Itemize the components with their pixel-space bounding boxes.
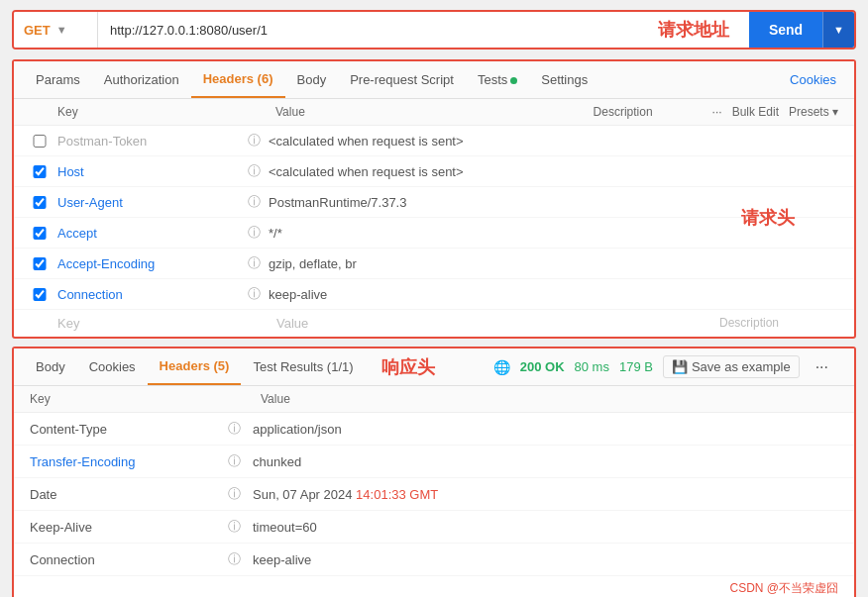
resp-header-key: Key	[30, 392, 228, 406]
tab-headers[interactable]: Headers (6)	[191, 61, 285, 98]
resp-tab-headers[interactable]: Headers (5)	[148, 348, 242, 385]
response-table-header: Key Value	[14, 386, 854, 413]
resp-value-3: Sun, 07 Apr 2024 14:01:33 GMT	[253, 487, 838, 502]
tab-pre-request[interactable]: Pre-request Script	[338, 62, 466, 97]
presets-btn[interactable]: Presets ▾	[789, 105, 838, 119]
table-row: Accept ⓘ */*	[14, 218, 854, 249]
response-panel: Body Cookies Headers (5) Test Results (1…	[12, 347, 856, 597]
request-panel: Params Authorization Headers (6) Body Pr…	[12, 59, 856, 339]
resp-value-5: keep-alive	[253, 552, 838, 567]
row-value-3: PostmanRuntime/7.37.3	[269, 195, 719, 210]
req-header-desc: Description	[594, 105, 712, 119]
empty-value: Value	[276, 316, 719, 331]
info-icon-1: ⓘ	[248, 132, 261, 149]
info-icon-3: ⓘ	[248, 193, 261, 211]
info-icon-4: ⓘ	[248, 224, 261, 242]
resp-table-row: Date ⓘ Sun, 07 Apr 2024 14:01:33 GMT	[14, 478, 854, 511]
row-key-2: Host	[57, 164, 248, 179]
resp-key-5: Connection	[30, 552, 228, 567]
resp-value-4: timeout=60	[253, 520, 838, 535]
resp-table-row: Transfer-Encoding ⓘ chunked	[14, 446, 854, 478]
info-icon-2: ⓘ	[248, 162, 261, 180]
resp-key-2: Transfer-Encoding	[30, 454, 228, 469]
resp-info-4: ⓘ	[228, 518, 241, 536]
table-row: Postman-Token ⓘ <calculated when request…	[14, 126, 854, 156]
resp-info-2: ⓘ	[228, 452, 241, 470]
request-table-header: Key Value Description ··· Bulk Edit Pres…	[14, 99, 854, 126]
tab-body-label: Body	[297, 72, 327, 87]
row-key-5: Accept-Encoding	[57, 256, 248, 271]
resp-tab-cookies-label: Cookies	[89, 359, 136, 374]
resp-key-3: Date	[30, 487, 228, 502]
row-key-6: Connection	[57, 287, 248, 302]
more-options-button[interactable]: ···	[810, 358, 834, 376]
tab-settings-label: Settings	[541, 72, 588, 87]
tests-badge	[510, 77, 517, 84]
req-header-key: Key	[57, 105, 275, 119]
globe-icon: 🌐	[493, 359, 510, 375]
response-tabs-bar: Body Cookies Headers (5) Test Results (1…	[14, 348, 854, 386]
resp-key-1: Content-Type	[30, 422, 228, 437]
method-label: GET	[24, 23, 51, 38]
tab-settings[interactable]: Settings	[529, 62, 599, 97]
method-chevron-icon: ▼	[56, 24, 67, 36]
request-tabs-bar: Params Authorization Headers (6) Body Pr…	[14, 61, 854, 99]
table-row: Connection ⓘ keep-alive	[14, 279, 854, 310]
table-row: Host ⓘ <calculated when request is sent>	[14, 156, 854, 187]
save-icon: 💾	[672, 359, 688, 374]
resp-info-1: ⓘ	[228, 420, 241, 438]
req-header-value: Value	[275, 105, 594, 119]
row-key-4: Accept	[57, 226, 248, 241]
empty-key[interactable]: Key	[57, 316, 248, 331]
url-annotation: 请求地址	[638, 18, 749, 42]
tab-tests-label: Tests	[478, 72, 507, 87]
save-example-label: Save as example	[692, 359, 791, 374]
resp-info-3: ⓘ	[228, 485, 241, 503]
tab-tests[interactable]: Tests	[466, 62, 529, 97]
response-time: 80 ms	[575, 359, 609, 374]
resp-tab-body[interactable]: Body	[24, 349, 77, 384]
resp-table-row: Content-Type ⓘ application/json	[14, 413, 854, 446]
method-select[interactable]: GET ▼	[14, 12, 98, 48]
resp-value-2: chunked	[253, 454, 838, 469]
row-checkbox-6[interactable]	[30, 288, 50, 301]
row-checkbox-3[interactable]	[30, 196, 50, 209]
status-code: 200 OK	[520, 359, 565, 374]
resp-tab-test-results-label: Test Results (1/1)	[253, 359, 353, 374]
send-button[interactable]: Send	[749, 12, 822, 48]
tab-authorization-label: Authorization	[104, 72, 179, 87]
tab-params[interactable]: Params	[24, 62, 92, 97]
tab-params-label: Params	[36, 72, 80, 87]
resp-info-5: ⓘ	[228, 550, 241, 568]
tab-authorization[interactable]: Authorization	[92, 62, 191, 97]
resp-tab-headers-label: Headers (5)	[160, 358, 230, 373]
bulk-edit-btn[interactable]: Bulk Edit	[732, 105, 779, 119]
resp-tab-body-label: Body	[36, 359, 65, 374]
save-example-button[interactable]: 💾 Save as example	[663, 355, 800, 378]
resp-tab-cookies[interactable]: Cookies	[77, 349, 148, 384]
resp-tab-test-results[interactable]: Test Results (1/1)	[241, 349, 365, 384]
resp-key-4: Keep-Alive	[30, 520, 228, 535]
row-key-1: Postman-Token	[57, 134, 248, 149]
resp-table-row: Keep-Alive ⓘ timeout=60	[14, 511, 854, 544]
row-checkbox-5[interactable]	[30, 257, 50, 270]
tab-pre-request-label: Pre-request Script	[350, 72, 454, 87]
tab-body[interactable]: Body	[285, 62, 339, 97]
ellipsis-icon: ···	[712, 105, 722, 119]
row-checkbox-2[interactable]	[30, 165, 50, 178]
empty-desc: Description	[719, 316, 838, 331]
tab-headers-label: Headers (6)	[203, 71, 273, 86]
row-value-5: gzip, deflate, br	[269, 256, 719, 271]
row-checkbox-1[interactable]	[30, 135, 50, 148]
response-size: 179 B	[619, 359, 653, 374]
request-table: Postman-Token ⓘ <calculated when request…	[14, 126, 854, 310]
row-key-3: User-Agent	[57, 195, 248, 210]
row-checkbox-4[interactable]	[30, 227, 50, 240]
tab-cookies[interactable]: Cookies	[782, 62, 844, 97]
date-highlight: 14:01:33 GMT	[356, 487, 438, 502]
row-value-6: keep-alive	[269, 287, 719, 302]
send-btn-group: Send ▼	[749, 12, 854, 48]
url-input[interactable]	[98, 23, 638, 38]
row-value-4: */*	[269, 226, 719, 241]
send-dropdown-button[interactable]: ▼	[822, 12, 854, 48]
